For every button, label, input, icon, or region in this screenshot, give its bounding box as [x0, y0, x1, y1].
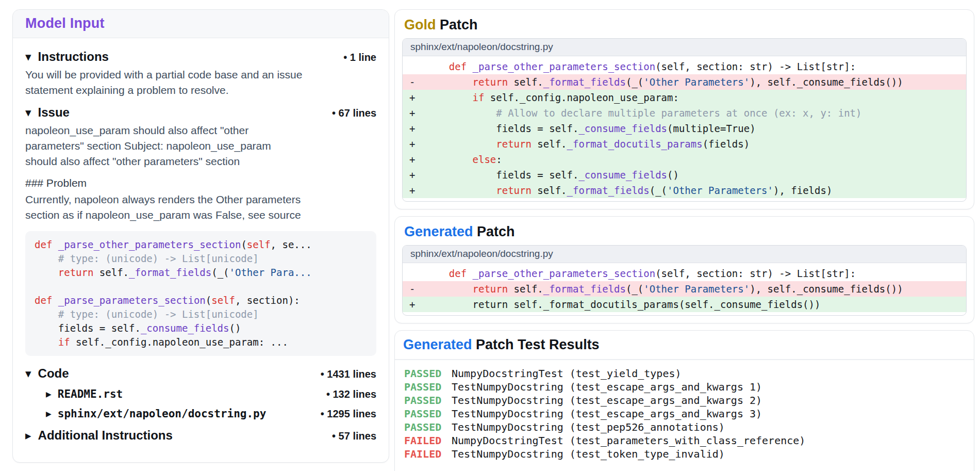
test-name: NumpyDocstringTest (test_parameters_with…	[452, 434, 805, 447]
collapse-triangle-icon: ▼	[25, 53, 31, 62]
diff-sign: +	[403, 167, 425, 183]
instructions-text: You will be provided with a partial code…	[25, 67, 376, 98]
issue-text: napoleon_use_param should also affect "o…	[25, 123, 376, 169]
model-input-header: Model Input	[13, 10, 389, 38]
line-count-badge: • 67 lines	[332, 107, 376, 119]
diff-line-add: + if self._config.napoleon_use_param:	[403, 90, 966, 105]
expand-triangle-icon: ▶	[46, 390, 52, 398]
code-file-row[interactable]: ▶sphinx/ext/napoleon/docstring.py• 1295 …	[46, 408, 376, 420]
test-results-header: Generated Patch Test Results	[395, 331, 974, 360]
code-line: # type: (unicode) -> List[unicode]	[35, 252, 367, 266]
test-name: TestNumpyDocstring (test_escape_args_and…	[452, 407, 762, 420]
diff-sign: +	[403, 183, 425, 198]
test-status-badge: FAILED	[404, 447, 452, 461]
diff-line-ctx: def _parse_other_parameters_section(self…	[403, 266, 966, 281]
test-result-row: FAILEDTestNumpyDocstring (test_token_typ…	[404, 447, 965, 461]
section-additional-instructions-label: ▶Additional Instructions	[25, 428, 173, 443]
diff-sign: +	[403, 297, 425, 312]
diff-sign: +	[403, 136, 425, 152]
diff-line-add: + fields = self._consume_fields()	[403, 167, 966, 183]
code-line: def _parse_other_parameters_section(self…	[35, 238, 367, 252]
diff-line-add: + return self._format_docutils_params(fi…	[403, 136, 966, 152]
model-input-title: Model Input	[25, 15, 105, 31]
test-list: PASSEDNumpyDocstringTest (test_yield_typ…	[404, 367, 965, 461]
test-name: TestNumpyDocstring (test_pep526_annotati…	[452, 420, 725, 434]
diff-line-ctx: def _parse_other_parameters_section(self…	[403, 59, 966, 74]
gold-patch-diff-body: def _parse_other_parameters_section(self…	[403, 56, 966, 201]
expand-triangle-icon: ▶	[46, 410, 52, 418]
test-name: TestNumpyDocstring (test_escape_args_and…	[452, 394, 762, 407]
test-result-row: PASSEDTestNumpyDocstring (test_escape_ar…	[404, 380, 965, 394]
section-instructions-label: ▼Instructions	[25, 50, 109, 64]
generated-patch-title: Generated Patch	[404, 224, 967, 240]
collapse-triangle-icon: ▼	[25, 108, 31, 118]
diff-line-del: - return self._format_fields(_('Other Pa…	[403, 74, 966, 90]
test-result-row: PASSEDTestNumpyDocstring (test_escape_ar…	[404, 407, 965, 420]
gold-patch-filepath: sphinx/ext/napoleon/docstring.py	[403, 39, 966, 56]
code-line: # type: (unicode) -> List[unicode]	[35, 307, 367, 321]
diff-sign: +	[403, 105, 425, 121]
line-count-badge: • 57 lines	[332, 430, 376, 442]
test-results-title: Generated Patch Test Results	[403, 337, 600, 352]
generated-patch-filepath: sphinx/ext/napoleon/docstring.py	[403, 246, 966, 263]
generated-patch-card: Generated Patch sphinx/ext/napoleon/docs…	[394, 216, 974, 323]
diff-sign: +	[403, 121, 425, 136]
diff-sign: -	[403, 74, 425, 90]
model-input-panel: Model Input ▼Instructions • 1 line You w…	[12, 9, 389, 463]
diff-line-add: + return self._format_docutils_params(se…	[403, 297, 966, 312]
gold-patch-title: Gold Patch	[404, 17, 967, 33]
code-line: if self._config.napoleon_use_param: ...	[35, 335, 367, 349]
diff-sign	[403, 266, 425, 281]
code-file-list: ▶README.rst• 132 lines▶sphinx/ext/napole…	[25, 388, 376, 420]
section-issue-label: ▼Issue	[25, 105, 70, 120]
test-status-badge: PASSED	[404, 420, 452, 434]
issue-text-2: Currently, napoleon always renders the O…	[25, 192, 376, 223]
line-count-badge: • 1 line	[343, 52, 376, 63]
test-status-badge: PASSED	[404, 380, 452, 394]
collapse-triangle-icon: ▼	[25, 369, 31, 379]
test-status-badge: PASSED	[404, 407, 452, 420]
test-results-card: Generated Patch Test Results PASSEDNumpy…	[394, 330, 974, 471]
test-results-body: PASSEDNumpyDocstringTest (test_yield_typ…	[395, 360, 974, 471]
app-root: Model Input ▼Instructions • 1 line You w…	[0, 0, 980, 471]
test-status-badge: PASSED	[404, 394, 452, 407]
diff-line-add: + fields = self._consume_fields(multiple…	[403, 121, 966, 136]
gold-patch-card: Gold Patch sphinx/ext/napoleon/docstring…	[394, 9, 974, 209]
model-input-body: ▼Instructions • 1 line You will be provi…	[13, 38, 389, 462]
code-line: return self._format_fields(_('Other Para…	[35, 266, 367, 280]
line-count-badge: • 1431 lines	[321, 368, 376, 380]
diff-line-del: - return self._format_fields(_('Other Pa…	[403, 281, 966, 297]
code-file-name: sphinx/ext/napoleon/docstring.py	[58, 408, 267, 420]
diff-sign: +	[403, 90, 425, 105]
diff-sign: -	[403, 281, 425, 297]
diff-line-add: + return self._format_fields(_('Other Pa…	[403, 183, 966, 198]
line-count-badge: • 132 lines	[326, 388, 376, 400]
section-code-header[interactable]: ▼Code • 1431 lines	[25, 366, 376, 381]
diff-line-add: + # Allow to declare multiple parameters…	[403, 105, 966, 121]
expand-triangle-icon: ▶	[25, 431, 31, 441]
section-additional-instructions-header[interactable]: ▶Additional Instructions • 57 lines	[25, 428, 376, 443]
diff-sign: +	[403, 152, 425, 167]
test-result-row: PASSEDTestNumpyDocstring (test_escape_ar…	[404, 394, 965, 407]
test-name: TestNumpyDocstring (test_token_type_inva…	[452, 447, 725, 461]
section-instructions-header[interactable]: ▼Instructions • 1 line	[25, 50, 376, 64]
test-name: NumpyDocstringTest (test_yield_types)	[452, 367, 682, 380]
gold-patch-diff: sphinx/ext/napoleon/docstring.py def _pa…	[402, 38, 967, 202]
diff-sign	[403, 59, 425, 74]
test-result-row: FAILEDNumpyDocstringTest (test_parameter…	[404, 434, 965, 447]
test-status-badge: FAILED	[404, 434, 452, 447]
diff-line-add: + else:	[403, 152, 966, 167]
test-result-row: PASSEDNumpyDocstringTest (test_yield_typ…	[404, 367, 965, 380]
test-status-badge: PASSED	[404, 367, 452, 380]
line-count-badge: • 1295 lines	[321, 408, 376, 420]
test-result-row: PASSEDTestNumpyDocstring (test_pep526_an…	[404, 420, 965, 434]
issue-code-snippet: def _parse_other_parameters_section(self…	[25, 231, 376, 356]
test-summary-line: ===== 2 failed, 45 passed, 8 warnings in…	[404, 469, 965, 471]
code-file-row[interactable]: ▶README.rst• 132 lines	[46, 388, 376, 400]
code-line: fields = self._consume_fields()	[35, 321, 367, 335]
right-column: Gold Patch sphinx/ext/napoleon/docstring…	[394, 9, 974, 463]
section-issue-header[interactable]: ▼Issue • 67 lines	[25, 105, 376, 120]
code-line	[35, 280, 367, 294]
code-file-name: README.rst	[58, 388, 123, 400]
test-name: TestNumpyDocstring (test_escape_args_and…	[452, 380, 762, 394]
